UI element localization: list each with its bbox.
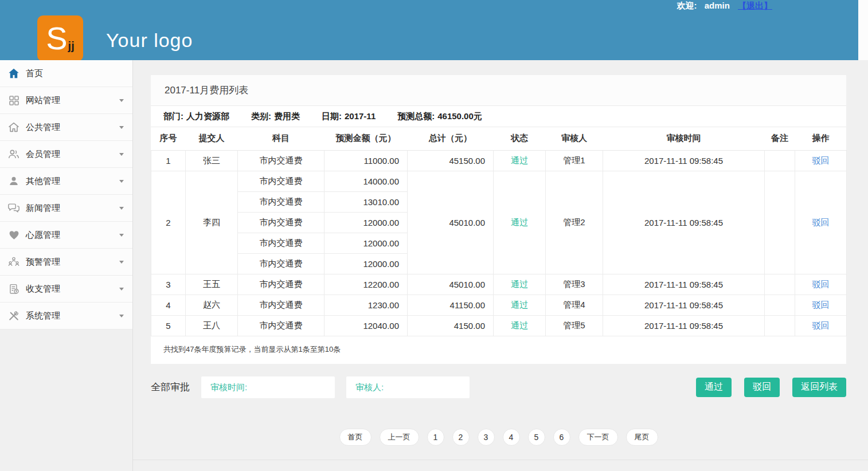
table-row: 2李四市内交通费14000.0045010.00通过管理22017-11-11 … (151, 171, 847, 191)
sidebar-item-home[interactable]: 首页 (0, 60, 132, 87)
cell-audit-time: 2017-11-11 09:58:45 (603, 171, 765, 274)
cell-submitter: 王八 (186, 315, 238, 336)
table-row: 4赵六市内交通费1230.0041150.00通过管理42017-11-11 0… (151, 295, 847, 315)
pagination-page-4[interactable]: 4 (503, 429, 520, 446)
cell-action-link[interactable]: 驳回 (812, 320, 830, 330)
auditor-input[interactable] (346, 376, 470, 398)
sidebar-item-public-management[interactable]: 公共管理 (0, 114, 132, 141)
cell-amount: 12000.00 (324, 253, 408, 274)
sidebar-item-label: 首页 (26, 68, 43, 79)
main-content: 2017-11月费用列表 部门:人力资源部类别:费用类日期:2017-11预测总… (133, 60, 868, 471)
cell-no: 5 (151, 315, 186, 336)
cell-auditor: 管理3 (546, 274, 603, 295)
sidebar-item-label: 会员管理 (26, 149, 60, 160)
pagination-prev[interactable]: 上一页 (380, 429, 419, 446)
user-icon (7, 175, 21, 187)
pagination-first[interactable]: 首页 (339, 429, 372, 446)
cell-status: 通过 (494, 315, 546, 336)
sidebar-item-label: 网站管理 (26, 95, 60, 106)
users-icon (7, 148, 21, 160)
pagination-page-5[interactable]: 5 (528, 429, 545, 446)
cell-amount: 13010.00 (324, 191, 408, 212)
pagination-page-6[interactable]: 6 (553, 429, 570, 446)
sidebar-menu: 首页网站管理公共管理会员管理其他管理新闻管理心愿管理预警管理收支管理系统管理 (0, 60, 132, 329)
pagination-next[interactable]: 下一页 (578, 429, 618, 446)
cell-remark (765, 150, 795, 171)
cell-status-link[interactable]: 通过 (511, 300, 528, 309)
top-header: S jj Your logo 欢迎: admin 【退出】 (0, 0, 858, 60)
logo-text: Your logo (106, 29, 193, 52)
sidebar-item-site-management[interactable]: 网站管理 (0, 87, 132, 114)
cell-amount: 14000.00 (324, 171, 408, 191)
cell-action-link[interactable]: 驳回 (812, 300, 830, 309)
logout-link[interactable]: 【退出】 (738, 1, 772, 10)
sidebar-item-member-management[interactable]: 会员管理 (0, 141, 132, 168)
cell-submitter: 王五 (186, 274, 238, 295)
chevron-down-icon (119, 288, 124, 291)
pagination-last[interactable]: 尾页 (626, 429, 658, 446)
sidebar-item-other-management[interactable]: 其他管理 (0, 168, 132, 195)
sidebar-item-label: 新闻管理 (26, 203, 60, 214)
sidebar-item-news-management[interactable]: 新闻管理 (0, 195, 132, 222)
cell-submitter: 李四 (186, 171, 238, 274)
sidebar-item-warning-management[interactable]: 预警管理 (0, 249, 132, 276)
cell-total: 45010.00 (408, 171, 494, 274)
cell-no: 4 (151, 295, 186, 315)
meta-date: 日期:2017-11 (322, 111, 376, 122)
cell-amount: 12000.00 (324, 233, 408, 253)
home-outline-icon (7, 121, 21, 134)
column-header: 状态 (494, 127, 546, 150)
cell-action: 驳回 (795, 171, 847, 274)
cell-status-link[interactable]: 通过 (511, 279, 528, 289)
column-header: 审核人 (546, 127, 603, 150)
table-body: 1张三市内交通费11000.0045150.00通过管理12017-11-11 … (151, 150, 847, 336)
column-header: 序号 (151, 127, 186, 150)
cell-action-link[interactable]: 驳回 (812, 155, 830, 165)
cell-remark (765, 274, 795, 295)
logo-letter-sub: jj (68, 40, 75, 53)
cell-no: 2 (151, 171, 186, 274)
cell-status: 通过 (494, 171, 546, 274)
cell-subject: 市内交通费 (238, 253, 324, 274)
cell-no: 1 (151, 150, 186, 171)
reject-all-button[interactable]: 驳回 (744, 378, 780, 397)
back-to-list-button[interactable]: 返回列表 (792, 378, 846, 397)
pagination: 首页上一页123456下一页尾页 (151, 429, 846, 446)
cell-action: 驳回 (795, 274, 847, 295)
expense-card: 2017-11月费用列表 部门:人力资源部类别:费用类日期:2017-11预测总… (151, 75, 846, 364)
cell-auditor: 管理1 (546, 150, 603, 171)
sidebar-item-wish-management[interactable]: 心愿管理 (0, 222, 132, 249)
page-title: 2017-11月费用列表 (151, 75, 846, 106)
cell-action-link[interactable]: 驳回 (812, 217, 830, 227)
column-header: 科目 (238, 127, 324, 150)
sidebar-item-system-management[interactable]: 系统管理 (0, 303, 132, 329)
sidebar-item-finance-management[interactable]: 收支管理 (0, 276, 132, 303)
record-summary: 共找到47条年度预算记录，当前显示从第1条至第10条 (151, 336, 846, 364)
column-header: 审核时间 (603, 127, 765, 150)
pagination-page-3[interactable]: 3 (478, 429, 495, 446)
scrollbar-track[interactable] (858, 0, 868, 60)
cell-amount: 12200.00 (324, 274, 408, 295)
pagination-page-1[interactable]: 1 (427, 429, 444, 446)
cell-total: 4150.00 (408, 315, 494, 336)
cell-no: 3 (151, 274, 186, 295)
column-header: 提交人 (186, 127, 238, 150)
cell-status-link[interactable]: 通过 (511, 155, 528, 165)
cell-status-link[interactable]: 通过 (511, 217, 528, 227)
chevron-down-icon (119, 180, 124, 183)
cell-status-link[interactable]: 通过 (511, 320, 528, 330)
sidebar-item-label: 心愿管理 (26, 230, 60, 241)
cell-audit-time: 2017-11-11 09:58:45 (603, 315, 765, 336)
footer-divider (133, 460, 868, 460)
pagination-page-2[interactable]: 2 (452, 429, 470, 446)
meta-category: 类别:费用类 (251, 111, 300, 122)
cell-action-link[interactable]: 驳回 (812, 279, 830, 289)
approve-all-button[interactable]: 通过 (696, 378, 732, 397)
cell-amount: 1230.00 (324, 295, 408, 315)
cell-subject: 市内交通费 (238, 315, 324, 336)
home-filled-icon (7, 67, 21, 80)
username: admin (705, 1, 730, 10)
cell-subject: 市内交通费 (238, 274, 324, 295)
audit-time-input[interactable] (201, 376, 335, 398)
cell-auditor: 管理4 (546, 295, 603, 315)
